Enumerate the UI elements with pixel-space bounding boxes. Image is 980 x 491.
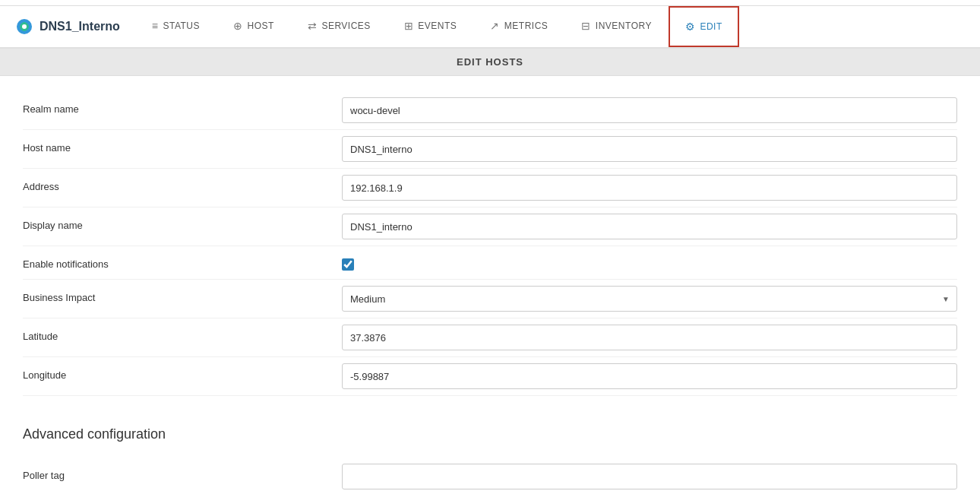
nav-label-edit: EDIT bbox=[700, 21, 722, 32]
form-row-longitude: Longitude bbox=[23, 357, 957, 396]
brand-name: DNS1_Interno bbox=[40, 20, 120, 33]
nav-label-services: SERVICES bbox=[321, 21, 370, 31]
label-notifications: Enable notifications bbox=[23, 252, 342, 270]
select-business-impact[interactable]: Low Medium High bbox=[342, 286, 957, 312]
form-row-host-name: Host name bbox=[23, 130, 957, 169]
nav-item-status[interactable]: ≡ STATUS bbox=[135, 6, 217, 47]
label-realm-name: Realm name bbox=[23, 97, 342, 115]
field-realm-name bbox=[342, 97, 957, 123]
top-bar bbox=[0, 0, 980, 6]
input-latitude[interactable] bbox=[342, 325, 957, 350]
advanced-section: Advanced configuration Poller tag bbox=[0, 411, 980, 491]
form-row-display-name: Display name bbox=[23, 207, 957, 246]
nav-item-host[interactable]: ⊕ HOST bbox=[217, 6, 291, 47]
label-business-impact: Business Impact bbox=[23, 286, 342, 303]
metrics-icon: ↗ bbox=[490, 20, 500, 32]
field-address bbox=[342, 175, 957, 201]
label-display-name: Display name bbox=[23, 214, 342, 231]
nav-label-metrics: METRICS bbox=[504, 21, 548, 31]
field-poller-tag bbox=[342, 464, 957, 489]
label-poller-tag: Poller tag bbox=[23, 464, 342, 481]
input-display-name[interactable] bbox=[342, 214, 957, 239]
input-longitude[interactable] bbox=[342, 363, 957, 389]
input-poller-tag[interactable] bbox=[342, 464, 957, 489]
field-host-name bbox=[342, 136, 957, 162]
select-wrapper-business-impact: Low Medium High bbox=[342, 286, 957, 312]
nav-label-host: HOST bbox=[248, 21, 274, 31]
main-content: EDIT HOSTS Realm name Host name Address bbox=[0, 49, 980, 491]
form-row-latitude: Latitude bbox=[23, 318, 957, 357]
field-longitude bbox=[342, 363, 957, 389]
form-row-address: Address bbox=[23, 169, 957, 207]
field-notifications bbox=[342, 252, 957, 273]
svg-point-1 bbox=[22, 24, 27, 29]
nav-items: ≡ STATUS ⊕ HOST ⇄ SERVICES ⊞ EVENTS ↗ ME… bbox=[135, 6, 980, 47]
field-business-impact: Low Medium High bbox=[342, 286, 957, 312]
advanced-title: Advanced configuration bbox=[23, 426, 957, 446]
nav-item-edit[interactable]: ⚙ EDIT bbox=[669, 6, 739, 47]
field-latitude bbox=[342, 325, 957, 350]
field-display-name bbox=[342, 214, 957, 239]
label-latitude: Latitude bbox=[23, 325, 342, 342]
input-host-name[interactable] bbox=[342, 136, 957, 162]
form-row-realm-name: Realm name bbox=[23, 91, 957, 130]
logo-icon bbox=[15, 17, 33, 36]
checkbox-notifications[interactable] bbox=[342, 258, 354, 271]
host-icon: ⊕ bbox=[233, 20, 243, 32]
form-row-poller-tag: Poller tag bbox=[23, 458, 957, 491]
label-host-name: Host name bbox=[23, 136, 342, 154]
label-address: Address bbox=[23, 175, 342, 192]
brand: DNS1_Interno bbox=[0, 17, 135, 36]
navbar: DNS1_Interno ≡ STATUS ⊕ HOST ⇄ SERVICES … bbox=[0, 6, 980, 49]
nav-label-events: EVENTS bbox=[418, 21, 457, 31]
section-title: EDIT HOSTS bbox=[457, 56, 523, 68]
nav-label-inventory: INVENTORY bbox=[596, 21, 652, 31]
nav-item-inventory[interactable]: ⊟ INVENTORY bbox=[564, 6, 669, 47]
services-icon: ⇄ bbox=[308, 20, 318, 32]
events-icon: ⊞ bbox=[404, 20, 414, 32]
label-longitude: Longitude bbox=[23, 363, 342, 381]
edit-hosts-form: Realm name Host name Address Display nam… bbox=[0, 76, 980, 411]
form-row-business-impact: Business Impact Low Medium High bbox=[23, 280, 957, 318]
nav-item-services[interactable]: ⇄ SERVICES bbox=[291, 6, 387, 47]
status-icon: ≡ bbox=[152, 20, 159, 32]
input-realm-name[interactable] bbox=[342, 97, 957, 123]
nav-item-events[interactable]: ⊞ EVENTS bbox=[387, 6, 474, 47]
form-row-notifications: Enable notifications bbox=[23, 246, 957, 280]
input-address[interactable] bbox=[342, 175, 957, 201]
nav-label-status: STATUS bbox=[163, 21, 200, 31]
edit-icon: ⚙ bbox=[685, 21, 696, 33]
nav-item-metrics[interactable]: ↗ METRICS bbox=[473, 6, 564, 47]
section-header: EDIT HOSTS bbox=[0, 49, 980, 76]
inventory-icon: ⊟ bbox=[581, 20, 591, 32]
